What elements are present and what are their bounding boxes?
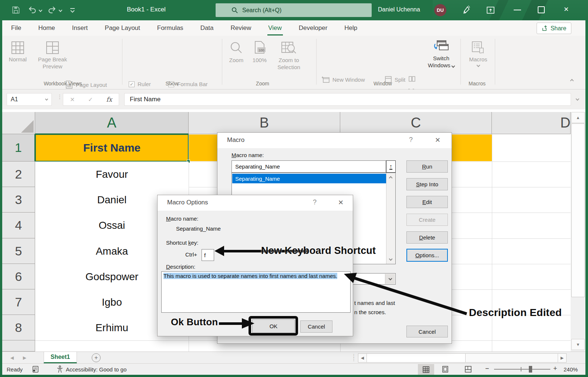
shortcut-key-input[interactable]: f <box>202 249 214 261</box>
insert-function-icon[interactable]: fx <box>106 96 112 103</box>
help-icon[interactable]: ? <box>409 136 413 144</box>
row-header-4[interactable]: 4 <box>2 213 35 238</box>
tab-insert[interactable]: Insert <box>72 24 88 32</box>
save-icon[interactable] <box>11 5 21 15</box>
vertical-scrollbar[interactable]: ▲ ▼ <box>571 112 585 351</box>
macro-options-titlebar[interactable]: Macro Options ? ✕ <box>158 195 353 211</box>
scrollbar-resize-handle[interactable]: ⋮⋮ <box>351 354 356 361</box>
page-break-shortcut-icon[interactable] <box>464 366 472 373</box>
help-icon[interactable]: ? <box>313 198 317 206</box>
page-layout-shortcut-icon[interactable] <box>442 366 449 373</box>
page-break-preview-button[interactable]: Page Break Preview <box>35 41 70 70</box>
row-header-3[interactable]: 3 <box>2 187 35 213</box>
column-header-c[interactable]: C <box>340 112 492 134</box>
search-input[interactable]: Search (Alt+Q) <box>216 3 372 17</box>
user-name[interactable]: Daniel Uchenna <box>378 6 420 13</box>
tab-help[interactable]: Help <box>344 24 357 32</box>
minimize-button[interactable] <box>514 10 521 10</box>
options-button[interactable]: Options... <box>406 249 448 262</box>
redo-icon[interactable] <box>47 5 57 14</box>
tab-formulas[interactable]: Formulas <box>157 24 183 32</box>
run-button[interactable]: Run <box>406 160 448 173</box>
macro-list-item-selected[interactable]: Separating_Name <box>232 174 386 183</box>
zoom-out-icon[interactable]: − <box>485 365 489 373</box>
name-box[interactable]: A1 <box>7 93 52 106</box>
row-header-1[interactable]: 1 <box>2 134 35 162</box>
sheet-tab-sheet1[interactable]: Sheet1 <box>44 352 77 363</box>
scroll-up-icon[interactable] <box>389 176 393 180</box>
undo-icon[interactable] <box>27 5 37 14</box>
macro-record-icon[interactable] <box>32 366 39 373</box>
undo-dropdown-icon[interactable] <box>39 9 43 12</box>
scroll-up-icon[interactable]: ▲ <box>571 112 585 123</box>
macro-list-scrollbar[interactable] <box>386 173 395 264</box>
scroll-down-icon[interactable] <box>389 257 393 261</box>
options-cancel-button[interactable]: Cancel <box>300 320 332 333</box>
close-icon[interactable]: ✕ <box>435 136 440 144</box>
zoom-in-icon[interactable]: + <box>553 365 557 373</box>
zoom-100-button[interactable]: 100 100% <box>250 41 269 63</box>
row-header-5[interactable]: 5 <box>2 238 35 264</box>
zoom-button[interactable]: Zoom <box>227 41 246 63</box>
tab-page-layout[interactable]: Page Layout <box>105 24 140 32</box>
zoom-slider-thumb[interactable] <box>529 366 532 373</box>
column-header-d[interactable]: D <box>492 112 571 134</box>
accessibility-icon[interactable] <box>56 365 64 373</box>
normal-view-shortcut[interactable] <box>418 364 434 375</box>
add-sheet-icon[interactable]: + <box>92 353 101 362</box>
step-into-button[interactable]: Step Into <box>406 178 448 190</box>
coming-soon-icon[interactable] <box>462 5 472 15</box>
column-header-a[interactable]: A <box>35 112 189 134</box>
close-icon[interactable]: ✕ <box>338 198 344 207</box>
row-header-9-partial[interactable] <box>2 340 35 351</box>
scroll-right-icon[interactable]: ▶ <box>558 354 566 362</box>
horizontal-scrollbar[interactable]: ◀ ▶ <box>358 353 567 363</box>
cancel-entry-icon[interactable]: ✕ <box>70 96 75 103</box>
macro-cancel-button[interactable]: Cancel <box>406 326 448 337</box>
maximize-button[interactable] <box>538 6 545 13</box>
zoom-to-selection-button[interactable]: Zoom to Selection <box>273 41 305 71</box>
formula-input[interactable]: First Name <box>124 93 571 106</box>
row-header-8[interactable]: 8 <box>2 315 35 340</box>
close-button[interactable]: ✕ <box>564 6 569 13</box>
expand-formula-bar-icon[interactable] <box>576 97 579 101</box>
tab-data[interactable]: Data <box>200 24 214 32</box>
redo-dropdown-icon[interactable] <box>59 9 62 12</box>
description-textarea[interactable]: This macro is used to separate names int… <box>161 271 351 313</box>
sheet-nav-right-icon[interactable]: ▶ <box>23 355 26 360</box>
tab-developer[interactable]: Developer <box>299 24 328 32</box>
switch-windows-button[interactable]: SwitchWindows <box>425 40 458 69</box>
row-header-2[interactable]: 2 <box>2 162 35 187</box>
cell-a2[interactable]: Favour <box>35 162 189 187</box>
ribbon-display-options-icon[interactable] <box>486 6 495 15</box>
collapse-ribbon-icon[interactable] <box>570 79 574 83</box>
edit-button[interactable]: Edit <box>406 196 448 208</box>
macro-dialog-titlebar[interactable]: Macro ? ✕ <box>217 133 452 148</box>
avatar[interactable]: DU <box>434 4 446 16</box>
delete-button[interactable]: Delete <box>406 231 448 244</box>
create-button[interactable]: Create <box>406 214 448 226</box>
macro-name-input[interactable]: Separating_Name <box>232 160 386 173</box>
cell-a1-selected[interactable]: First Name <box>35 134 189 162</box>
namebox-resize-handle[interactable]: ⋮ <box>57 95 58 103</box>
enter-entry-icon[interactable]: ✓ <box>88 96 93 103</box>
tab-file[interactable]: File <box>11 24 21 32</box>
sheet-nav-left-icon[interactable]: ◀ <box>10 355 14 360</box>
share-button[interactable]: Share <box>537 23 571 34</box>
tab-review[interactable]: Review <box>231 24 251 32</box>
vertical-scrollbar-thumb[interactable] <box>571 123 585 297</box>
normal-view-button[interactable]: Normal <box>7 41 29 62</box>
row-header-7[interactable]: 7 <box>2 289 35 315</box>
tab-home[interactable]: Home <box>38 24 55 32</box>
horizontal-scrollbar-thumb[interactable] <box>367 354 466 362</box>
customize-qat-icon[interactable] <box>69 7 76 14</box>
row-header-6[interactable]: 6 <box>2 264 35 289</box>
scroll-down-icon[interactable]: ▼ <box>571 339 585 350</box>
zoom-level[interactable]: 240% <box>564 366 578 373</box>
zoom-slider-track[interactable] <box>494 369 550 370</box>
collapse-dialog-icon[interactable]: ↑ <box>386 160 396 173</box>
accessibility-status[interactable]: Accessibility: Good to go <box>66 366 126 373</box>
tab-view[interactable]: View <box>268 24 282 32</box>
scroll-left-icon[interactable]: ◀ <box>358 354 367 362</box>
column-header-b[interactable]: B <box>189 112 340 134</box>
